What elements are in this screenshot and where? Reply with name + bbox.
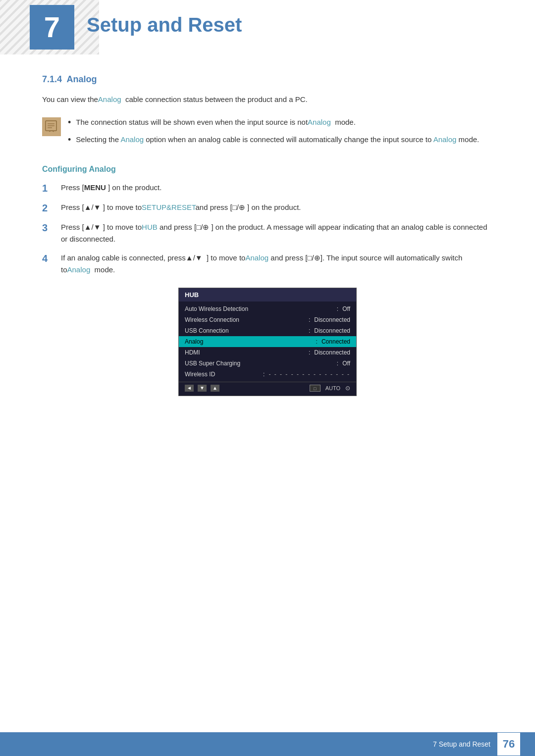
hub-item-value-4: Connected [321,338,350,345]
subsection-heading: Configuring Analog [42,165,493,174]
hub-item-value-6: Off [342,360,350,367]
page-header: 7 Setup and Reset [0,0,535,54]
footer-section-label: 7 Setup and Reset [433,740,490,748]
section-title: Analog [66,74,97,84]
hub-item-label-2: Wireless Connection [185,316,305,323]
hub-item-usb-charging: USB Super Charging : Off [179,358,356,369]
page-footer: 7 Setup and Reset 76 [0,732,535,756]
note-section: • The connection status will be shown ev… [42,116,493,151]
chapter-number: 7 [44,13,60,42]
step-4: 4 If an analog cable is connected, press… [42,252,493,276]
toolbar-auto-label: AUTO [325,385,340,391]
note-bullet-2: • Selecting the Analog option when an an… [68,134,493,147]
step-3: 3 Press [▲/▼ ] to move toHUB and press [… [42,221,493,245]
main-content: 7.1.4 Analog You can view theAnalog cabl… [0,54,535,446]
hub-menu-container: HUB Auto Wireless Detection : Off Wirele… [42,288,493,396]
hub-item-value-3: Disconnected [314,327,350,334]
chapter-title: Setup and Reset [87,14,242,36]
toolbar-settings-icon: ⊙ [345,385,350,392]
step-number-4: 4 [42,252,57,265]
toolbar-left: ◄ ▼ ▲ [185,385,219,392]
bullet-dot-1: • [68,115,71,130]
note-bullets: • The connection status will be shown ev… [68,116,493,151]
hub-item-wireless-conn: Wireless Connection : Disconnected [179,314,356,325]
step-2: 2 Press [▲/▼ ] to move toSETUP&RESETand … [42,202,493,214]
hub-item-value-1: Off [342,305,350,312]
hub-item-label-4: Analog [185,338,312,345]
chapter-number-box: 7 [30,5,74,50]
hub-item-usb-conn: USB Connection : Disconnected [179,325,356,336]
step-number-2: 2 [42,202,57,214]
step-text-1: Press [MENU ] on the product. [61,182,493,194]
hub-menu-title: HUB [179,288,356,302]
hub-item-analog: Analog : Connected [179,336,356,347]
hub-item-auto-wireless: Auto Wireless Detection : Off [179,303,356,314]
toolbar-icon-back: ◄ [185,385,194,392]
hub-item-label-7: Wireless ID [185,371,259,378]
note-bullet-1: • The connection status will be shown ev… [68,116,493,130]
hub-item-value-7: - - - - - - - - - - - - - - - [268,371,350,378]
section-number: 7.1.4 [42,74,62,84]
steps-list: 1 Press [MENU ] on the product. 2 Press … [42,182,493,276]
hub-item-value-5: Disconnected [314,349,350,356]
hub-item-wireless-id: Wireless ID : - - - - - - - - - - - - - … [179,369,356,380]
hub-item-label-5: HDMI [185,349,305,356]
intro-after: cable connection status between the prod… [121,95,308,103]
toolbar-icon-down: ▼ [198,385,207,392]
hub-item-label-3: USB Connection [185,327,305,334]
step-text-4: If an analog cable is connected, press▲/… [61,252,493,276]
step-1: 1 Press [MENU ] on the product. [42,182,493,195]
step-text-2: Press [▲/▼ ] to move toSETUP&RESETand pr… [61,202,493,213]
footer-page-number: 76 [497,733,520,756]
hub-item-hdmi: HDMI : Disconnected [179,347,356,358]
note-text-1: The connection status will be shown even… [76,116,356,128]
intro-paragraph: You can view theAnalog cable connection … [42,94,493,105]
bullet-dot-2: • [68,133,71,147]
toolbar-icon-display: □ [310,385,321,392]
step-text-3: Press [▲/▼ ] to move toHUB and press [□/… [61,221,493,245]
step-number-3: 3 [42,221,57,234]
hub-menu: HUB Auto Wireless Detection : Off Wirele… [178,288,357,396]
intro-highlight: Analog [98,95,121,103]
hub-item-value-2: Disconnected [314,316,350,323]
note-text-2: Selecting the Analog option when an anal… [76,134,479,146]
intro-before: You can view the [42,95,98,103]
hub-item-label-1: Auto Wireless Detection [185,305,333,312]
toolbar-right: □ AUTO ⊙ [310,385,350,392]
section-heading: 7.1.4 Analog [42,74,493,85]
hub-toolbar: ◄ ▼ ▲ □ AUTO ⊙ [179,382,356,393]
step-number-1: 1 [42,182,57,195]
note-icon [42,117,61,136]
toolbar-icon-up: ▲ [211,385,219,392]
hub-item-label-6: USB Super Charging [185,360,333,367]
